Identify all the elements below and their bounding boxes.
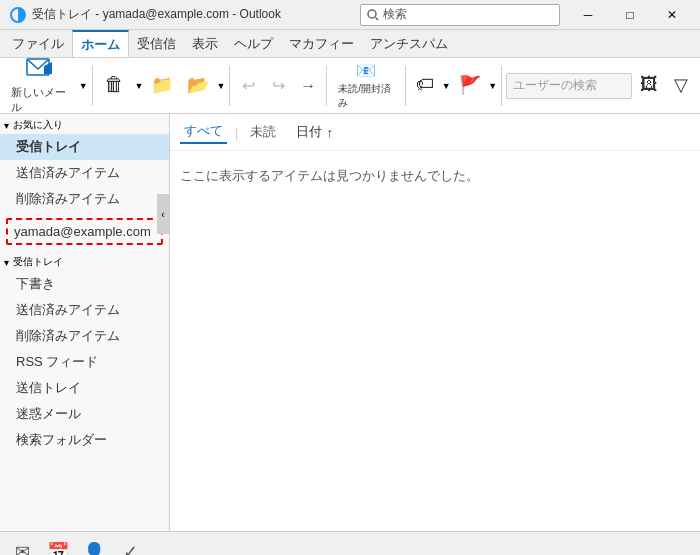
sep4 [405,66,406,106]
redo-button[interactable]: ↪ [264,72,292,100]
sidebar-item-search-folders[interactable]: 検索フォルダー [0,427,169,453]
toolbar: 新しいメール ▼ 🗑 ▼ 📁 📂 ▼ ↩ ↪ → 📧 未読/開封済み 🏷 ▼ 🚩 [0,58,700,114]
menu-antispam[interactable]: アンチスパム [362,30,456,57]
menu-file[interactable]: ファイル [4,30,72,57]
unread-label: 未読/開封済み [338,82,394,110]
account-highlight[interactable]: yamada@example.com [6,218,163,245]
empty-text: ここに表示するアイテムは見つかりませんでした。 [180,167,479,185]
svg-point-0 [368,10,376,18]
tasks-nav-icon: ✓ [123,541,138,556]
sep5 [501,66,502,106]
archive-button[interactable]: 📁 [145,61,179,111]
archive-icon: 📁 [151,74,173,96]
sep2 [229,66,230,106]
sidebar-item-sent-favorite[interactable]: 送信済みアイテム [0,160,169,186]
sidebar-item-sent[interactable]: 送信済みアイテム [0,297,169,323]
main-layout: ‹ ▾ お気に入り 受信トレイ 送信済みアイテム 削除済みアイテム yamada… [0,114,700,531]
undo-redo-group: ↩ ↪ → [234,72,322,100]
user-search-box[interactable]: ユーザーの検索 [506,73,632,99]
search-placeholder: 検索 [383,6,407,23]
sidebar-collapse-arrow[interactable]: ‹ [157,194,169,234]
favorites-toggle[interactable]: ▾ お気に入り [0,114,169,134]
title-search-box[interactable]: 検索 [360,4,560,26]
photo-button[interactable]: 🖼 [634,61,664,111]
more-nav-button[interactable]: … [150,536,182,556]
new-mail-label: 新しいメール [11,85,70,115]
menu-mcafee[interactable]: マカフィー [281,30,362,57]
move-icon: 📂 [187,74,209,96]
minimize-button[interactable]: ─ [568,5,608,25]
filter-bar: すべて | 未読 日付 ↑ [170,114,700,151]
filter-icon: ▽ [674,74,688,96]
calendar-nav-button[interactable]: 📅 [42,536,74,556]
flag-button[interactable]: 🚩 [453,61,487,111]
delete-dropdown[interactable]: ▼ [134,81,143,91]
tasks-nav-button[interactable]: ✓ [114,536,146,556]
sidebar-item-junk[interactable]: 迷惑メール [0,401,169,427]
move-dropdown[interactable]: ▼ [216,81,225,91]
categorize-icon: 🏷 [416,74,434,95]
new-mail-icon [26,56,54,83]
filter-sep: | [235,125,238,140]
sidebar: ‹ ▾ お気に入り 受信トレイ 送信済みアイテム 削除済みアイテム yamada… [0,114,170,531]
menu-view[interactable]: 表示 [184,30,226,57]
undo-button[interactable]: ↩ [234,72,262,100]
mail-nav-button[interactable]: ✉ [6,536,38,556]
delete-icon: 🗑 [104,73,124,96]
more-nav-icon: … [157,541,175,555]
categorize-button[interactable]: 🏷 [410,61,440,111]
maximize-button[interactable]: □ [610,5,650,25]
photo-icon: 🖼 [640,74,658,95]
flag-dropdown[interactable]: ▼ [488,81,497,91]
sidebar-item-outbox[interactable]: 送信トレイ [0,375,169,401]
favorites-label: お気に入り [13,118,63,132]
menu-home[interactable]: ホーム [72,30,129,57]
sidebar-item-inbox-favorite[interactable]: 受信トレイ [0,134,169,160]
date-sort[interactable]: 日付 ↑ [296,123,333,141]
filter-button[interactable]: ▽ [666,61,696,111]
flag-icon: 🚩 [459,74,481,96]
mail-nav-icon: ✉ [15,541,30,556]
menu-bar: ファイル ホーム 受信信 表示 ヘルプ マカフィー アンチスパム [0,30,700,58]
account-inbox-label: 受信トレイ [13,255,63,269]
sep1 [92,66,93,106]
menu-help[interactable]: ヘルプ [226,30,281,57]
title-bar: 受信トレイ - yamada@example.com - Outlook 検索 … [0,0,700,30]
app-icon [8,5,28,25]
account-toggle-arrow: ▾ [4,257,9,268]
bottom-nav: ✉ 📅 👤 ✓ … [0,531,700,555]
contacts-nav-icon: 👤 [83,541,105,556]
favorites-arrow: ▾ [4,120,9,131]
account-inbox-toggle[interactable]: ▾ 受信トレイ [0,251,169,271]
contacts-nav-button[interactable]: 👤 [78,536,110,556]
filter-all[interactable]: すべて [180,120,227,144]
svg-line-1 [376,17,379,20]
title-bar-text: 受信トレイ - yamada@example.com - Outlook [32,6,360,23]
forward-button[interactable]: → [294,72,322,100]
delete-button[interactable]: 🗑 [96,61,132,111]
sort-date-label: 日付 [296,123,322,141]
sep3 [326,66,327,106]
menu-receive[interactable]: 受信信 [129,30,184,57]
sidebar-item-rss[interactable]: RSS フィード [0,349,169,375]
categorize-dropdown[interactable]: ▼ [442,81,451,91]
move-button[interactable]: 📂 [181,61,215,111]
unread-icon: 📧 [356,61,376,80]
user-search-placeholder: ユーザーの検索 [513,77,597,94]
content-area: すべて | 未読 日付 ↑ ここに表示するアイテムは見つかりませんでした。 [170,114,700,531]
sort-asc-icon: ↑ [326,125,333,140]
sidebar-item-deleted[interactable]: 削除済みアイテム [0,323,169,349]
sidebar-item-draft[interactable]: 下書き [0,271,169,297]
search-icon [367,9,379,21]
new-mail-dropdown[interactable]: ▼ [79,81,88,91]
new-mail-button[interactable]: 新しいメール [4,61,77,111]
filter-unread[interactable]: 未読 [246,121,280,143]
window-controls: ─ □ ✕ [568,5,692,25]
unread-button[interactable]: 📧 未読/開封済み [331,61,401,111]
close-button[interactable]: ✕ [652,5,692,25]
sidebar-item-deleted-favorite[interactable]: 削除済みアイテム [0,186,169,212]
account-email: yamada@example.com [14,224,151,239]
calendar-nav-icon: 📅 [47,541,69,556]
empty-message: ここに表示するアイテムは見つかりませんでした。 [170,151,700,531]
